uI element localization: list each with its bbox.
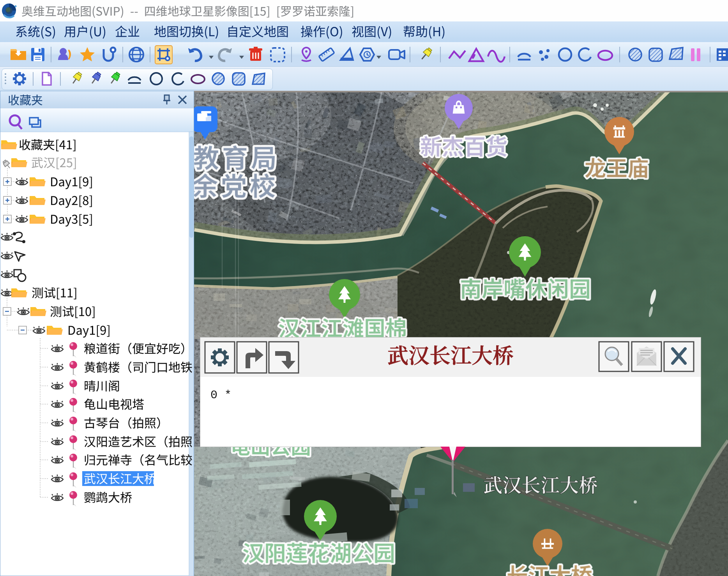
svg-text:0 *: 0 *: [210, 389, 231, 402]
